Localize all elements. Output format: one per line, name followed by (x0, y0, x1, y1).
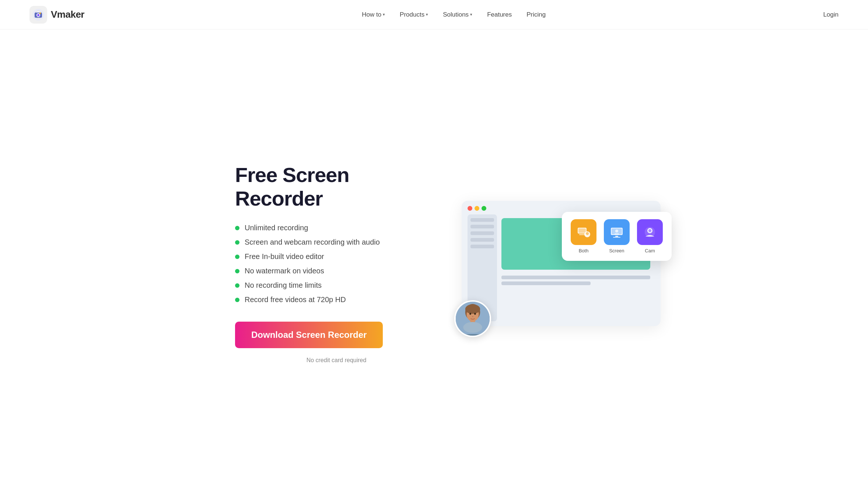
nav-item-features[interactable]: Features (487, 11, 512, 18)
bullet-icon (235, 240, 239, 245)
list-item: No watermark on videos (235, 267, 438, 275)
svg-point-29 (472, 316, 473, 317)
nav-link-products[interactable]: Products ▾ (400, 11, 428, 18)
no-credit-text: No credit card required (235, 357, 438, 364)
chevron-down-icon: ▾ (426, 12, 428, 17)
list-item: Screen and webcam recording with audio (235, 238, 438, 246)
bullet-icon (235, 269, 239, 273)
hero-title: Free Screen Recorder (235, 163, 438, 211)
hero-section: Free Screen Recorder Unlimited recording… (176, 29, 692, 490)
screen-svg-icon (609, 225, 624, 239)
recording-options-popup: Both Screen (562, 212, 672, 261)
rec-label-cam: Cam (645, 248, 655, 253)
chevron-down-icon: ▾ (383, 12, 385, 17)
list-item: Free In-built video editor (235, 252, 438, 261)
feature-text: Free In-built video editor (245, 252, 324, 261)
download-button[interactable]: Download Screen Recorder (235, 322, 383, 348)
sidebar-line (470, 218, 494, 222)
bullet-icon (235, 298, 239, 302)
vmaker-logo-icon (29, 6, 47, 24)
content-line (501, 281, 591, 285)
rec-label-both: Both (579, 248, 589, 253)
nav-link-pricing[interactable]: Pricing (526, 11, 546, 18)
both-svg-icon (576, 225, 591, 239)
logo-link[interactable]: Vmaker (29, 6, 84, 24)
sidebar-line (470, 231, 494, 235)
svg-point-20 (648, 229, 651, 232)
list-item: Record free videos at 720p HD (235, 295, 438, 304)
both-icon (571, 219, 596, 245)
sidebar-line (470, 225, 494, 228)
browser-close-dot (468, 206, 472, 211)
list-item: Unlimited recording (235, 224, 438, 232)
nav-links: How to ▾ Products ▾ Solutions ▾ Features… (362, 11, 546, 18)
person-svg (456, 300, 490, 336)
navbar: Vmaker How to ▾ Products ▾ Solutions ▾ F… (0, 0, 868, 29)
content-lines (501, 276, 650, 285)
cam-icon (637, 219, 663, 245)
feature-text: Unlimited recording (245, 224, 308, 232)
browser-minimize-dot (475, 206, 479, 211)
feature-text: Record free videos at 720p HD (245, 295, 346, 304)
nav-label-features: Features (487, 11, 512, 18)
screen-icon (604, 219, 630, 245)
sidebar-line (470, 245, 494, 248)
nav-item-howto[interactable]: How to ▾ (362, 11, 385, 18)
bullet-icon (235, 283, 239, 288)
svg-point-16 (615, 230, 618, 232)
login-link[interactable]: Login (823, 11, 839, 18)
logo-text: Vmaker (51, 9, 84, 20)
svg-point-26 (463, 322, 482, 333)
svg-point-24 (465, 304, 480, 314)
cta-container: Download Screen Recorder No credit card … (235, 322, 438, 364)
content-line (501, 276, 650, 279)
nav-link-solutions[interactable]: Solutions ▾ (443, 11, 472, 18)
svg-rect-15 (613, 237, 620, 238)
feature-list: Unlimited recording Screen and webcam re… (235, 224, 438, 304)
sidebar-line (470, 238, 494, 242)
nav-item-products[interactable]: Products ▾ (400, 11, 428, 18)
rec-label-screen: Screen (609, 248, 624, 253)
svg-rect-14 (615, 236, 618, 237)
browser-maximize-dot (482, 206, 486, 211)
nav-link-features[interactable]: Features (487, 11, 512, 18)
nav-link-howto[interactable]: How to ▾ (362, 11, 385, 18)
webcam-person-image (456, 302, 490, 336)
svg-rect-11 (579, 234, 587, 235)
hero-left-content: Free Screen Recorder Unlimited recording… (235, 163, 438, 364)
svg-rect-17 (615, 233, 619, 235)
svg-rect-8 (578, 228, 586, 233)
nav-label-solutions: Solutions (443, 11, 469, 18)
nav-label-howto: How to (362, 11, 381, 18)
hero-illustration: Both Screen (460, 201, 662, 326)
nav-label-products: Products (400, 11, 424, 18)
feature-text: No recording time limits (245, 281, 322, 290)
bullet-icon (235, 226, 239, 230)
chevron-down-icon: ▾ (470, 12, 472, 17)
rec-option-both[interactable]: Both (571, 219, 596, 253)
nav-label-pricing: Pricing (526, 11, 546, 18)
feature-text: No watermark on videos (245, 267, 324, 275)
svg-point-28 (474, 313, 476, 315)
nav-item-solutions[interactable]: Solutions ▾ (443, 11, 472, 18)
webcam-overlay (454, 300, 491, 337)
svg-point-27 (469, 313, 471, 315)
svg-point-6 (39, 13, 41, 14)
rec-option-screen[interactable]: Screen (604, 219, 630, 253)
feature-text: Screen and webcam recording with audio (245, 238, 380, 246)
rec-option-cam[interactable]: Cam (637, 219, 663, 253)
svg-point-5 (37, 14, 39, 16)
nav-item-pricing[interactable]: Pricing (526, 11, 546, 18)
list-item: No recording time limits (235, 281, 438, 290)
cam-svg-icon (643, 225, 657, 239)
bullet-icon (235, 255, 239, 259)
browser-mockup: Both Screen (462, 201, 661, 326)
